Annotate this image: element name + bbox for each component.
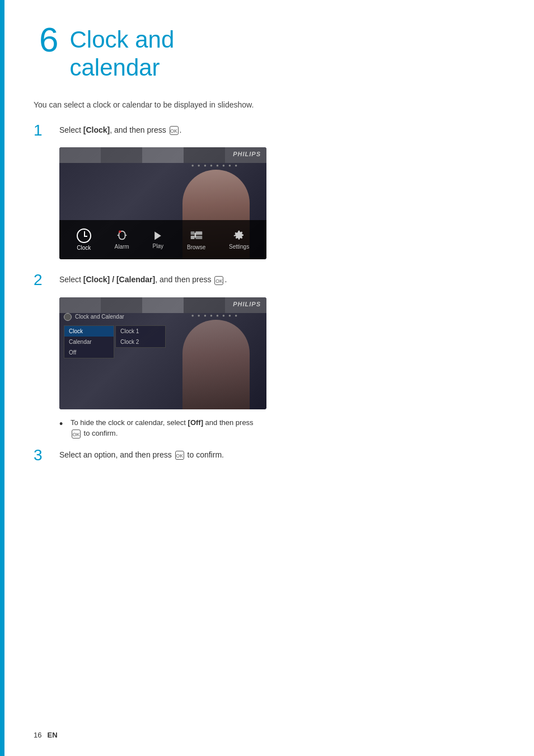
step-3-number: 3 <box>34 446 50 465</box>
language-label: EN <box>47 731 57 739</box>
ok-icon-step2: OK <box>214 276 223 285</box>
screen2-header-text: Clock and Calendar <box>75 314 124 320</box>
screen2-right-panel: Clock 1 Clock 2 <box>115 325 166 348</box>
chapter-heading: 6 Clock and calendar <box>34 22 500 82</box>
panel-item-off: Off <box>64 347 114 358</box>
philips-logo-2: PHILIPS <box>233 301 261 307</box>
alarm-icon <box>116 230 128 242</box>
screen-2: ● ● ● ● ● ● ● ● PHILIPS Clock and Calend… <box>59 297 266 409</box>
step-3: 3 Select an option, and then press OK to… <box>34 446 500 465</box>
step-1: 1 Select [Clock], and then press OK. <box>34 121 500 140</box>
page-number: 16 <box>34 731 41 739</box>
page-container: 6 Clock and calendar You can select a cl… <box>0 0 534 495</box>
svg-marker-1 <box>154 232 161 240</box>
panel-item-clock1: Clock 1 <box>116 326 165 337</box>
step-1-number: 1 <box>34 121 50 140</box>
play-icon <box>152 230 163 241</box>
ok-icon-step3: OK <box>175 451 184 460</box>
chapter-title: Clock and calendar <box>69 22 174 82</box>
screen-1: ● ● ● ● ● ● ● ● PHILIPS Clock Alarm <box>59 147 266 259</box>
bullet-text: To hide the clock or calendar, select [O… <box>71 417 261 439</box>
menu-item-play: Play <box>152 230 163 249</box>
dots-strip-1: ● ● ● ● ● ● ● ● <box>191 163 238 168</box>
intro-text: You can select a clock or calendar to be… <box>34 99 269 111</box>
panel-item-clock: Clock <box>64 326 114 337</box>
menu-label-clock: Clock <box>77 245 91 251</box>
menu-item-browse: Browse <box>187 229 205 250</box>
screen2-header: Clock and Calendar <box>64 313 124 321</box>
dots-strip-2: ● ● ● ● ● ● ● ● <box>191 313 238 318</box>
bullet-section: • To hide the clock or calendar, select … <box>59 417 500 439</box>
step-3-text: Select an option, and then press OK to c… <box>59 446 224 461</box>
step-2: 2 Select [Clock] / [Calendar], and then … <box>34 270 500 290</box>
svg-point-0 <box>119 231 121 234</box>
left-accent-bar <box>0 0 4 756</box>
screen2-left-panel: Clock Calendar Off <box>64 325 114 358</box>
svg-rect-6 <box>194 233 196 238</box>
panel-item-calendar: Calendar <box>64 337 114 347</box>
svg-rect-3 <box>195 232 202 235</box>
menu-label-browse: Browse <box>187 244 205 250</box>
menu-item-settings: Settings <box>229 230 249 250</box>
step-2-text: Select [Clock] / [Calendar], and then pr… <box>59 270 227 286</box>
menu-item-alarm: Alarm <box>115 230 129 250</box>
person-silhouette-2 <box>182 320 250 409</box>
svg-rect-2 <box>190 232 194 235</box>
browse-icon <box>190 229 203 242</box>
menu-label-play: Play <box>153 243 163 249</box>
philips-logo-1: PHILIPS <box>233 151 261 157</box>
page-footer: 16 EN <box>34 731 58 739</box>
bullet-dot: • <box>59 417 66 431</box>
menu-label-settings: Settings <box>229 244 249 250</box>
panel-item-clock2: Clock 2 <box>116 337 165 347</box>
settings-icon <box>233 230 245 242</box>
svg-rect-5 <box>195 236 202 239</box>
menu-item-clock: Clock <box>77 228 91 251</box>
clock-icon <box>77 228 91 243</box>
chapter-number: 6 <box>39 22 58 57</box>
svg-rect-4 <box>190 236 194 239</box>
menu-bar-1: Clock Alarm Play <box>59 220 266 259</box>
step-1-text: Select [Clock], and then press OK. <box>59 121 181 136</box>
step-2-number: 2 <box>34 270 50 290</box>
screen2-header-icon <box>64 313 72 321</box>
ok-icon-bullet: OK <box>72 430 81 438</box>
ok-icon-step1: OK <box>170 126 179 135</box>
menu-label-alarm: Alarm <box>115 244 129 250</box>
